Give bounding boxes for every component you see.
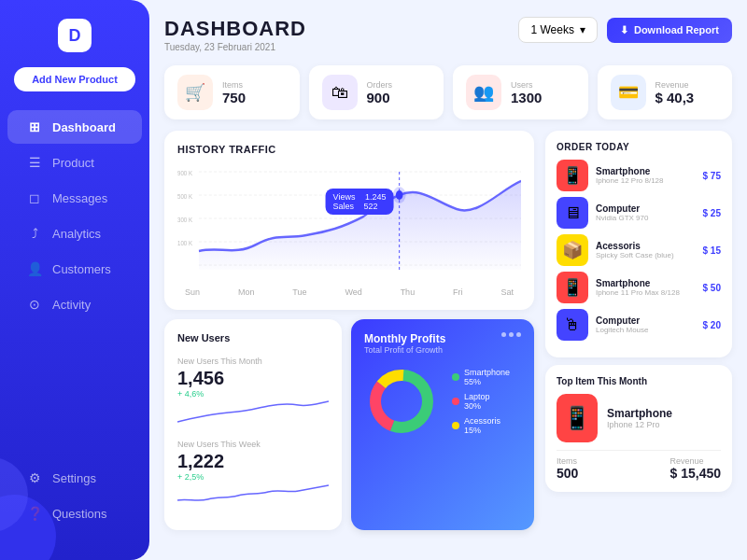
order-img-0: 📱	[557, 160, 588, 191]
revenue-icon: 💳	[611, 75, 646, 110]
legend-smartphone: Smartphone 55%	[452, 368, 510, 386]
order-item-1: 🖥 Computer Nvidia GTX 970 $ 25	[557, 197, 721, 229]
sidebar-item-label: Product	[52, 156, 94, 170]
sidebar-item-analytics[interactable]: ⤴ Analytics	[7, 217, 142, 250]
tooltip-sales-value: 522	[364, 202, 378, 211]
tooltip-views-label: Views	[333, 192, 356, 202]
orders-value: 900	[367, 90, 393, 105]
weekly-users-label: New Users This Week	[177, 440, 261, 449]
settings-icon: ⚙	[26, 470, 43, 485]
right-column: ORDER TODAY 📱 Smartphone Iphone 12 Pro 8…	[545, 131, 732, 530]
sidebar-item-dashboard[interactable]: ⊞ Dashboard	[7, 110, 142, 144]
sidebar-logo: D	[58, 19, 92, 52]
nav-section: ⊞ Dashboard ☰ Product ◻ Messages ⤴ Analy…	[0, 108, 149, 459]
svg-text:100 K: 100 K	[177, 239, 192, 247]
left-column: HISTORY TRAFFIC 900 K 500 K 300 K 100 K	[164, 131, 534, 530]
order-price-2: $ 15	[703, 245, 721, 256]
new-users-title: New Users	[177, 332, 329, 343]
monthly-users-label: New Users This Month	[177, 357, 262, 366]
revenue-value: $ 40,3	[655, 90, 695, 105]
order-img-2: 📦	[557, 234, 588, 266]
monthly-dots	[501, 332, 521, 337]
chart-x-labels: Sun Mon Tue Wed Thu Fri Sat	[177, 284, 521, 297]
items-value: 750	[222, 90, 246, 105]
items-label: Items	[222, 80, 246, 90]
dot3	[516, 332, 521, 337]
order-price-3: $ 50	[703, 283, 721, 293]
order-info-1: Computer Nvidia GTX 970	[596, 203, 696, 222]
users-info: Users 1300	[511, 80, 542, 105]
sidebar-item-label: Messages	[52, 191, 107, 205]
items-icon: 🛒	[177, 75, 213, 110]
analytics-icon: ⤴	[26, 226, 43, 241]
top-stat-items-value: 500	[557, 466, 578, 481]
monthly-users-value: 1,456	[177, 368, 329, 389]
x-label-sun: Sun	[185, 287, 200, 297]
order-today-title: ORDER TODAY	[557, 142, 721, 152]
sidebar-item-product[interactable]: ☰ Product	[7, 146, 142, 179]
dot1	[501, 332, 506, 337]
svg-text:900 K: 900 K	[177, 169, 192, 177]
sidebar-item-activity[interactable]: ⊙ Activity	[7, 287, 142, 321]
legend-laptop: Laptop 30%	[452, 392, 510, 411]
top-stats: Items 500 Revenue $ 15,450	[557, 450, 721, 481]
x-label-wed: Wed	[345, 287, 361, 297]
order-name-0: Smartphone	[596, 166, 696, 176]
monthly-profits-card: Monthly Profits Total Profit of Growth	[351, 319, 534, 530]
chevron-down-icon: ▾	[580, 23, 585, 36]
donut-legend: Smartphone 55% Laptop 30%	[452, 368, 510, 435]
order-item-4: 🖱 Computer Logitech Mouse $ 20	[557, 309, 721, 341]
order-sub-0: Iphone 12 Pro 8/128	[596, 176, 696, 185]
top-stat-items-label: Items	[557, 456, 578, 466]
tooltip-sales-label: Sales	[333, 202, 355, 211]
download-report-button[interactable]: ⬇ Download Report	[607, 18, 732, 43]
sidebar-item-customers[interactable]: 👤 Customers	[7, 252, 142, 286]
donut-chart	[364, 364, 439, 439]
sidebar-item-messages[interactable]: ◻ Messages	[7, 181, 142, 215]
stat-users: 👥 Users 1300	[453, 65, 588, 119]
week-select-dropdown[interactable]: 1 Weeks ▾	[518, 17, 597, 43]
monthly-profits-subtitle: Total Profit of Growth	[364, 345, 521, 355]
bottom-row: New Users New Users This Month 1,456 + 4…	[164, 319, 534, 530]
order-item-0: 📱 Smartphone Iphone 12 Pro 8/128 $ 75	[557, 160, 721, 191]
add-product-button[interactable]: Add New Product	[14, 67, 135, 91]
sidebar-item-label: Customers	[52, 262, 111, 276]
order-item-3: 📱 Smartphone Iphone 11 Pro Max 8/128 $ 5…	[557, 272, 721, 303]
order-price-1: $ 25	[703, 208, 721, 218]
top-product-sub: Iphone 12 Pro	[607, 420, 672, 429]
order-info-4: Computer Logitech Mouse	[596, 315, 696, 334]
header-subtitle: Tuesday, 23 Februari 2021	[164, 42, 306, 52]
orders-label: Orders	[367, 80, 393, 90]
sidebar-item-label: Activity	[52, 298, 91, 312]
order-sub-2: Spicky Soft Case (blue)	[596, 251, 696, 259]
top-stat-revenue-value: $ 15,450	[670, 466, 722, 481]
main-content: DASHBOARD Tuesday, 23 Februari 2021 1 We…	[149, 0, 747, 560]
order-name-3: Smartphone	[596, 278, 696, 288]
traffic-card: HISTORY TRAFFIC 900 K 500 K 300 K 100 K	[164, 131, 534, 310]
sidebar-item-label: Settings	[52, 471, 96, 485]
legend-laptop-label: Laptop 30%	[464, 392, 490, 411]
activity-icon: ⊙	[26, 297, 43, 312]
legend-acessoris: Acessoris 15%	[452, 416, 510, 435]
order-img-1: 🖥	[557, 197, 588, 229]
logo-text: D	[69, 26, 81, 46]
items-info: Items 750	[222, 80, 246, 105]
top-product-info: Smartphone Iphone 12 Pro	[607, 407, 672, 429]
top-product-name: Smartphone	[607, 407, 672, 420]
page-title: DASHBOARD	[164, 17, 306, 41]
stat-revenue: 💳 Revenue $ 40,3	[598, 65, 733, 119]
monthly-users-growth: + 4,6%	[177, 389, 329, 399]
dashboard-icon: ⊞	[26, 119, 43, 134]
download-icon: ⬇	[620, 24, 628, 36]
order-info-2: Acessoris Spicky Soft Case (blue)	[596, 241, 696, 259]
chart-area: 900 K 500 K 300 K 100 K	[177, 162, 521, 284]
order-info-3: Smartphone Iphone 11 Pro Max 8/128	[596, 278, 696, 297]
order-img-4: 🖱	[557, 309, 588, 341]
stats-row: 🛒 Items 750 🛍 Orders 900 👥 Users 1300 💳 …	[164, 65, 732, 119]
header-right: 1 Weeks ▾ ⬇ Download Report	[518, 17, 732, 43]
stat-orders: 🛍 Orders 900	[309, 65, 444, 119]
header-left: DASHBOARD Tuesday, 23 Februari 2021	[164, 17, 306, 52]
order-price-4: $ 20	[703, 320, 721, 330]
customers-icon: 👤	[26, 261, 43, 276]
sidebar-item-label: Dashboard	[52, 120, 116, 134]
